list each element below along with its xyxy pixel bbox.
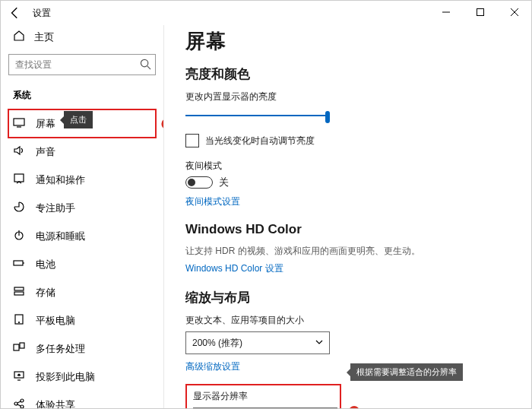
section-hd-title: Windows HD Color	[185, 222, 516, 237]
sidebar-item-sound[interactable]: 声音	[8, 138, 156, 166]
scale-dropdown[interactable]: 200% (推荐)	[185, 331, 330, 354]
svg-rect-3	[14, 174, 24, 182]
resolution-highlight: 显示器分辨率 2880 × 1800 (推荐) 2	[185, 384, 341, 408]
hd-color-settings-link[interactable]: Windows HD Color 设置	[185, 262, 283, 275]
multitask-icon	[13, 341, 25, 356]
search-input[interactable]	[8, 54, 156, 75]
sidebar-item-multitask[interactable]: 多任务处理	[8, 334, 156, 363]
svg-rect-0	[477, 9, 483, 16]
sidebar-item-battery[interactable]: 电池	[8, 250, 156, 278]
annotation-badge-2: 2	[349, 406, 359, 409]
auto-brightness-label: 当光线变化时自动调节亮度	[205, 135, 315, 147]
content-pane: 屏幕 亮度和颜色 更改内置显示器的亮度 当光线变化时自动调节亮度 夜间模式 关 …	[164, 25, 531, 408]
advanced-scale-link[interactable]: 高级缩放设置	[185, 360, 240, 373]
resolution-dropdown[interactable]: 2880 × 1800 (推荐)	[193, 407, 337, 408]
brightness-slider[interactable]	[185, 108, 330, 123]
sidebar-item-tablet[interactable]: 平板电脑	[8, 306, 156, 334]
sound-icon	[13, 144, 25, 159]
shared-icon	[13, 398, 25, 408]
home-label: 主页	[34, 30, 54, 44]
sidebar-item-shared[interactable]: 体验共享	[8, 391, 156, 408]
svg-point-9	[19, 322, 20, 323]
chevron-down-icon	[315, 338, 323, 348]
battery-icon	[13, 257, 25, 271]
svg-rect-11	[20, 343, 24, 348]
night-light-label: 夜间模式	[185, 160, 516, 173]
sidebar-item-power[interactable]: 电源和睡眠	[8, 222, 156, 250]
group-header: 系统	[8, 86, 156, 109]
home-button[interactable]: 主页	[8, 25, 156, 54]
sidebar-item-label: 专注助手	[36, 201, 75, 215]
window-title: 设置	[33, 7, 51, 20]
close-button[interactable]	[497, 1, 531, 24]
svg-point-13	[14, 402, 17, 405]
page-title: 屏幕	[185, 28, 516, 55]
svg-rect-7	[14, 292, 24, 295]
slider-track	[185, 115, 330, 116]
sidebar-item-focus[interactable]: 专注助手	[8, 194, 156, 222]
home-icon	[13, 30, 25, 45]
back-button[interactable]	[8, 6, 22, 20]
scale-dropdown-value: 200% (推荐)	[192, 337, 242, 350]
auto-brightness-checkbox[interactable]	[185, 134, 199, 147]
sidebar-item-storage[interactable]: 存储	[8, 278, 156, 306]
hd-description: 让支持 HDR 的视频、游戏和应用的画面更明亮、更生动。	[185, 245, 516, 258]
sidebar-item-label: 体验共享	[36, 398, 75, 409]
minimize-button[interactable]	[429, 1, 463, 24]
titlebar: 设置	[1, 1, 531, 25]
brightness-label: 更改内置显示器的亮度	[185, 90, 516, 103]
toggle-state-label: 关	[219, 176, 229, 189]
sidebar-item-label: 通知和操作	[36, 173, 85, 187]
search-box[interactable]	[8, 54, 156, 75]
projecting-icon	[13, 369, 25, 384]
section-scale-title: 缩放与布局	[185, 289, 516, 306]
svg-point-15	[21, 405, 24, 408]
power-icon	[13, 229, 25, 243]
annotation-tooltip-2: 根据需要调整适合的分辨率	[350, 363, 463, 381]
svg-rect-10	[14, 344, 19, 350]
night-light-settings-link[interactable]: 夜间模式设置	[185, 195, 240, 208]
sidebar-item-label: 声音	[36, 145, 55, 159]
sidebar-item-label: 屏幕	[36, 117, 55, 131]
toggle-knob	[188, 179, 195, 186]
sidebar-item-label: 电池	[36, 258, 55, 271]
tablet-icon	[13, 313, 25, 328]
notifications-icon	[13, 173, 25, 187]
sidebar-item-projecting[interactable]: 投影到此电脑	[8, 363, 156, 391]
night-light-toggle[interactable]	[185, 176, 213, 189]
section-brightness-title: 亮度和颜色	[185, 65, 516, 83]
svg-rect-5	[14, 261, 23, 265]
sidebar-item-label: 电源和睡眠	[36, 230, 85, 243]
storage-icon	[13, 285, 25, 300]
maximize-button[interactable]	[463, 1, 497, 24]
annotation-tooltip-1: 点击	[64, 111, 93, 128]
sidebar-item-notifications[interactable]: 通知和操作	[8, 166, 156, 194]
sidebar-item-label: 平板电脑	[36, 314, 75, 328]
sidebar-item-label: 存储	[36, 286, 55, 300]
svg-rect-6	[14, 287, 24, 290]
slider-thumb[interactable]	[325, 111, 330, 123]
svg-point-14	[21, 399, 24, 402]
resolution-label: 显示器分辨率	[193, 390, 334, 403]
display-icon	[13, 116, 25, 131]
svg-rect-2	[14, 119, 24, 125]
sidebar-item-label: 多任务处理	[36, 342, 85, 356]
scale-label: 更改文本、应用等项目的大小	[185, 314, 516, 327]
sidebar: 主页 系统 屏幕 1 声音 通知和操作 专注助手	[1, 25, 164, 408]
focus-icon	[13, 201, 25, 215]
sidebar-item-label: 投影到此电脑	[36, 370, 95, 384]
window-controls	[429, 1, 531, 24]
